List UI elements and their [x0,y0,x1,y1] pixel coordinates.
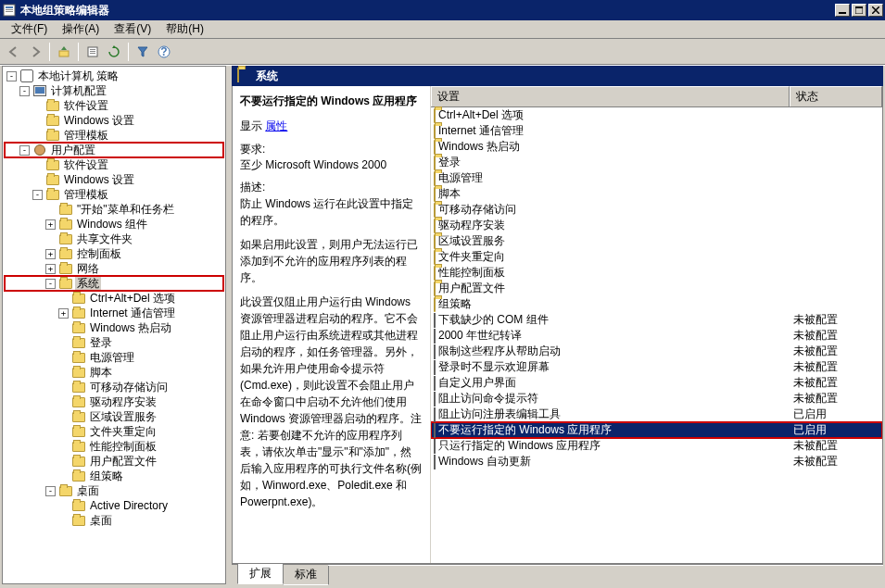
list-item[interactable]: 自定义用户界面未被配置 [431,375,882,391]
tree-item[interactable]: 电源管理 [5,350,223,365]
list-item[interactable]: 可移动存储访问 [431,202,882,218]
list-item[interactable]: Windows 自动更新未被配置 [431,454,882,469]
collapse-icon[interactable]: - [32,190,43,200]
tree-item[interactable]: "开始"菜单和任务栏 [5,202,223,217]
tree-item[interactable]: -计算机配置 [5,83,223,98]
list-item[interactable]: Internet 通信管理 [431,123,882,139]
minimize-button[interactable] [835,4,850,17]
list-item[interactable]: 用户配置文件 [431,281,882,296]
filter-button[interactable] [133,42,153,62]
menu-help[interactable]: 帮助(H) [158,19,211,39]
refresh-button[interactable] [104,42,124,62]
folder-icon [45,187,60,202]
expand-icon[interactable]: + [45,264,56,274]
tree-item[interactable]: Windows 设置 [5,172,223,187]
tree-item[interactable]: 组策略 [5,469,223,483]
list-item-name-cell: 脚本 [431,186,790,202]
tab-extended[interactable]: 扩展 [237,564,284,584]
expand-icon[interactable]: + [58,308,69,319]
list-pane[interactable]: 设置 状态 Ctrl+Alt+Del 选项Internet 通信管理Window… [431,86,882,563]
tree-item[interactable]: 可移动存储访问 [5,380,223,394]
list-item[interactable]: 限制这些程序从帮助启动未被配置 [431,344,882,359]
tree-item[interactable]: 软件设置 [5,98,223,113]
tree-item[interactable]: -管理模板 [5,187,223,202]
list-item[interactable]: 登录 [431,155,882,170]
list-item[interactable]: 登录时不显示欢迎屏幕未被配置 [431,359,882,375]
help-button[interactable]: ? [154,42,174,62]
collapse-icon[interactable]: - [45,486,56,496]
column-state[interactable]: 状态 [790,86,882,106]
list-item-name-cell: Internet 通信管理 [431,123,790,139]
list-item[interactable]: 阻止访问注册表编辑工具已启用 [431,407,882,422]
list-item[interactable]: 只运行指定的 Windows 应用程序未被配置 [431,438,882,454]
list-item[interactable]: 性能控制面板 [431,265,882,281]
tree-item[interactable]: 驱动程序安装 [5,394,223,409]
tree-item[interactable]: 共享文件夹 [5,231,223,246]
window-title: 本地组策略编辑器 [20,3,835,19]
list-item[interactable]: 驱动程序安装 [431,218,882,233]
tree-item[interactable]: 区域设置服务 [5,409,223,424]
tree-item[interactable]: 桌面 [5,513,223,528]
folder-icon [71,320,86,335]
collapse-icon[interactable]: - [45,279,56,289]
list-item[interactable]: 阻止访问命令提示符未被配置 [431,391,882,407]
maximize-button[interactable] [852,4,866,17]
list-item[interactable]: 下载缺少的 COM 组件未被配置 [431,312,882,328]
list-item[interactable]: 脚本 [431,186,882,202]
menu-file[interactable]: 文件(F) [4,19,55,39]
computer-icon [32,83,47,98]
list-item[interactable]: 电源管理 [431,170,882,186]
tree-item[interactable]: 性能控制面板 [5,439,223,454]
expander-blank [58,442,69,452]
properties-button[interactable] [82,42,103,62]
tree-item[interactable]: 用户配置文件 [5,454,223,469]
tree-item[interactable]: Windows 设置 [5,113,223,128]
close-button[interactable] [868,4,883,17]
expander-blank [58,501,69,511]
list-item[interactable]: 组策略 [431,296,882,312]
list-item[interactable]: 文件夹重定向 [431,249,882,265]
expander-blank [45,234,56,244]
properties-link[interactable]: 属性 [265,119,287,132]
tree-item[interactable]: -系统 [5,276,223,291]
tree-item[interactable]: +Internet 通信管理 [5,306,223,320]
tree-panel[interactable]: -本地计算机 策略-计算机配置软件设置Windows 设置管理模板-用户配置软件… [2,66,226,584]
tree-item[interactable]: 登录 [5,335,223,350]
expand-icon[interactable]: + [45,219,56,230]
expand-icon[interactable]: + [45,249,56,259]
tree-item[interactable]: -桌面 [5,483,223,498]
column-name[interactable]: 设置 [431,86,790,106]
collapse-icon[interactable]: - [6,71,17,81]
collapse-icon[interactable]: - [19,86,30,96]
tree-item-label: 本地计算机 策略 [36,69,120,84]
tree-item[interactable]: +网络 [5,261,223,276]
tree-item[interactable]: 文件夹重定向 [5,424,223,439]
folder-icon [71,291,86,306]
tree-item[interactable]: +Windows 组件 [5,217,223,231]
menu-view[interactable]: 查看(V) [107,19,158,39]
expander-blank [58,368,69,378]
list-item[interactable]: 2000 年世纪转译未被配置 [431,328,882,344]
list-item[interactable]: 区域设置服务 [431,233,882,249]
list-item-name: Ctrl+Alt+Del 选项 [438,107,524,123]
tree-item[interactable]: -本地计算机 策略 [5,69,223,83]
list-item[interactable]: Windows 热启动 [431,139,882,155]
up-button[interactable] [54,42,74,62]
tree-item[interactable]: 脚本 [5,365,223,380]
list-item[interactable]: Ctrl+Alt+Del 选项 [431,107,882,123]
tree-item[interactable]: 管理模板 [5,128,223,143]
folder-icon [434,156,436,169]
tree-item[interactable]: Windows 热启动 [5,320,223,335]
menu-action[interactable]: 操作(A) [55,19,107,39]
tree-item[interactable]: Active Directory [5,498,223,513]
tree-item[interactable]: Ctrl+Alt+Del 选项 [5,291,223,306]
tree-item-label: 区域设置服务 [88,409,158,425]
tab-standard[interactable]: 标准 [283,565,329,585]
list-item[interactable]: 不要运行指定的 Windows 应用程序已启用 [431,422,882,438]
tree-item[interactable]: +控制面板 [5,246,223,261]
expander-blank [32,160,43,170]
tree-item[interactable]: -用户配置 [5,143,223,157]
tree-item[interactable]: 软件设置 [5,157,223,172]
list-item-name-cell: 用户配置文件 [431,281,790,296]
collapse-icon[interactable]: - [19,145,30,156]
